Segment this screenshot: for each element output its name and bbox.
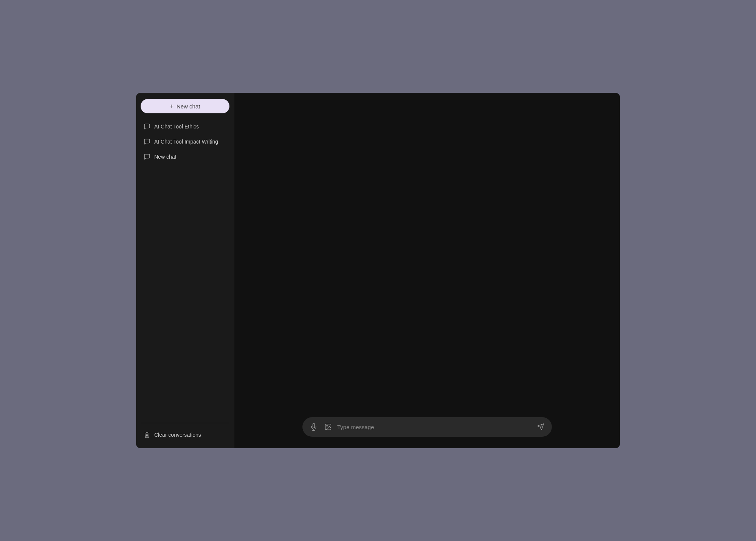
mic-button[interactable] [308,422,319,432]
chat-item-impact-writing-label: AI Chat Tool Impact Writing [154,139,218,145]
chat-icon-3 [144,153,150,160]
clear-conversations-button[interactable]: Clear conversations [141,428,229,442]
image-button[interactable] [323,422,333,432]
input-area [302,417,552,437]
chat-list: AI Chat Tool Ethics AI Chat Tool Impact … [141,119,229,420]
sidebar: + New chat AI Chat Tool Ethics AI Chat [136,93,234,448]
clear-conversations-label: Clear conversations [154,432,201,438]
chat-item-new[interactable]: New chat [141,150,229,164]
chat-item-ethics-label: AI Chat Tool Ethics [154,124,199,130]
send-button[interactable] [535,422,546,432]
chat-icon-2 [144,138,150,145]
trash-icon [144,431,150,438]
new-chat-button-label: New chat [177,103,200,110]
plus-icon: + [170,103,174,110]
app-window: + New chat AI Chat Tool Ethics AI Chat [136,93,620,448]
message-input[interactable] [337,424,531,430]
main-content [234,93,620,448]
sidebar-footer: Clear conversations [141,423,229,442]
chat-item-new-label: New chat [154,154,176,160]
chat-item-ethics[interactable]: AI Chat Tool Ethics [141,119,229,134]
chat-area [234,93,620,448]
chat-icon [144,123,150,130]
chat-item-impact-writing[interactable]: AI Chat Tool Impact Writing [141,134,229,149]
svg-point-3 [327,425,328,427]
new-chat-button[interactable]: + New chat [141,99,229,113]
